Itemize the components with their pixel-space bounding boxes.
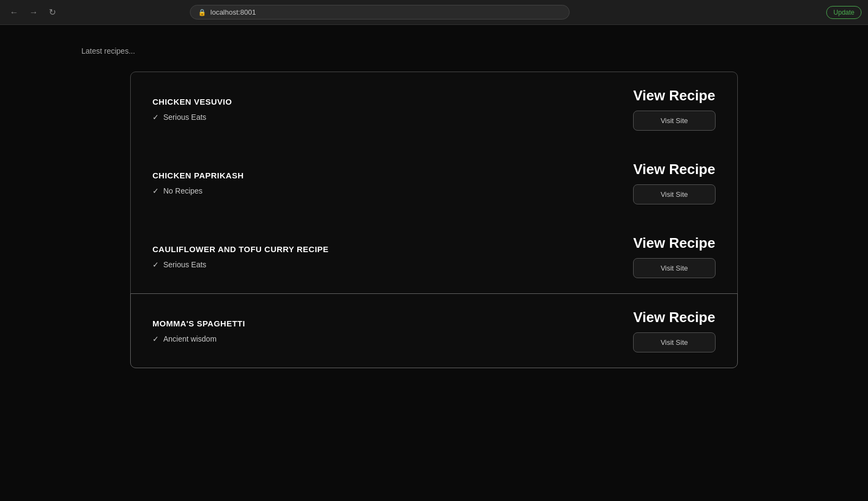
visit-site-button[interactable]: Visit Site xyxy=(633,184,716,204)
visit-site-button[interactable]: Visit Site xyxy=(633,111,716,131)
back-button[interactable]: ← xyxy=(7,5,22,20)
security-icon: 🔒 xyxy=(198,9,206,16)
update-button[interactable]: Update xyxy=(826,6,861,19)
source-text: Serious Eats xyxy=(163,260,206,269)
recipe-left: MOMMA'S SPAGHETTI ✓ Ancient wisdom xyxy=(152,319,245,343)
recipe-title: CHICKEN PAPRIKASH xyxy=(152,171,244,180)
check-icon: ✓ xyxy=(152,113,159,121)
recipe-source: ✓ Serious Eats xyxy=(152,113,232,121)
check-icon: ✓ xyxy=(152,335,159,343)
page-content: Latest recipes... CHICKEN VESUVIO ✓ Seri… xyxy=(0,25,868,389)
recipe-title: CHICKEN VESUVIO xyxy=(152,97,232,106)
source-text: Serious Eats xyxy=(163,113,206,121)
reload-button[interactable]: ↻ xyxy=(46,5,59,20)
browser-chrome: ← → ↻ 🔒 localhost:8001 Update xyxy=(0,0,868,25)
view-recipe-label: View Recipe xyxy=(633,309,715,326)
recipe-source: ✓ Ancient wisdom xyxy=(152,335,245,343)
recipe-card-chicken-vesuvio: CHICKEN VESUVIO ✓ Serious Eats View Reci… xyxy=(130,72,738,146)
source-text: Ancient wisdom xyxy=(163,335,216,343)
visit-site-button[interactable]: Visit Site xyxy=(633,332,716,352)
source-text: No Recipes xyxy=(163,187,202,195)
recipe-source: ✓ Serious Eats xyxy=(152,260,329,269)
recipe-right: View Recipe Visit Site xyxy=(633,87,716,131)
recipe-title: MOMMA'S SPAGHETTI xyxy=(152,319,245,328)
recipe-title: CAULIFLOWER AND TOFU CURRY RECIPE xyxy=(152,245,329,254)
recipe-card-chicken-paprikash: CHICKEN PAPRIKASH ✓ No Recipes View Reci… xyxy=(130,146,738,220)
recipe-right: View Recipe Visit Site xyxy=(633,309,716,352)
recipe-card-mommas-spaghetti: MOMMA'S SPAGHETTI ✓ Ancient wisdom View … xyxy=(130,293,738,368)
recipe-source: ✓ No Recipes xyxy=(152,187,244,195)
latest-recipes-label: Latest recipes... xyxy=(0,47,868,72)
recipe-left: CHICKEN PAPRIKASH ✓ No Recipes xyxy=(152,171,244,195)
browser-actions: Update xyxy=(826,6,861,19)
address-bar[interactable]: 🔒 localhost:8001 xyxy=(190,5,570,20)
recipes-container: CHICKEN VESUVIO ✓ Serious Eats View Reci… xyxy=(119,72,749,368)
recipe-card-cauliflower-tofu: CAULIFLOWER AND TOFU CURRY RECIPE ✓ Seri… xyxy=(130,220,738,294)
view-recipe-label: View Recipe xyxy=(633,161,715,178)
visit-site-button[interactable]: Visit Site xyxy=(633,258,716,278)
view-recipe-label: View Recipe xyxy=(633,235,715,252)
check-icon: ✓ xyxy=(152,187,159,195)
recipe-left: CAULIFLOWER AND TOFU CURRY RECIPE ✓ Seri… xyxy=(152,245,329,269)
check-icon: ✓ xyxy=(152,260,159,269)
forward-button[interactable]: → xyxy=(26,5,41,20)
recipe-right: View Recipe Visit Site xyxy=(633,235,716,278)
view-recipe-label: View Recipe xyxy=(633,87,715,104)
recipe-left: CHICKEN VESUVIO ✓ Serious Eats xyxy=(152,97,232,121)
recipe-right: View Recipe Visit Site xyxy=(633,161,716,204)
url-text: localhost:8001 xyxy=(210,8,256,16)
